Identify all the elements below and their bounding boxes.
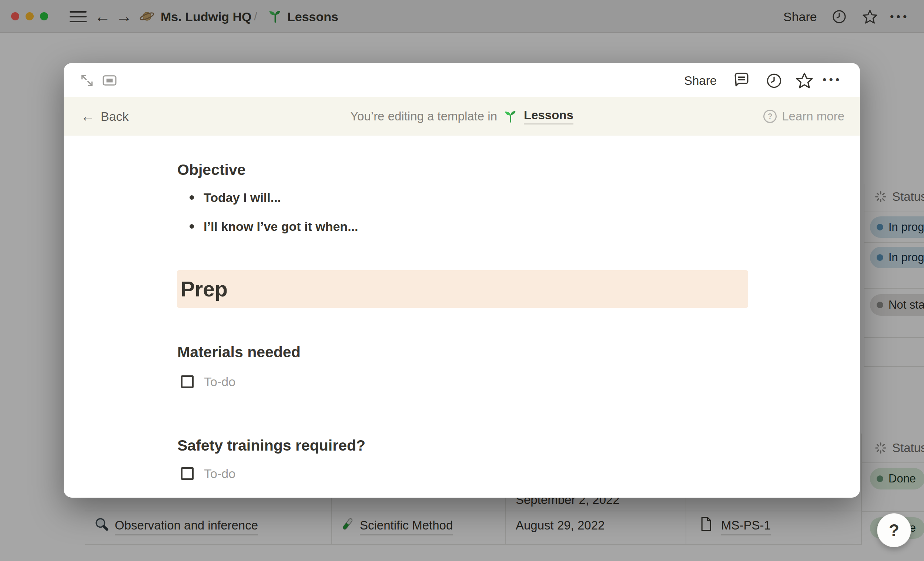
help-button[interactable]: ? [877,513,911,547]
favorite-star-icon[interactable] [795,71,814,90]
modal-more-icon[interactable]: ••• [823,72,842,87]
objective-heading: Objective [177,160,246,179]
modal-share-button[interactable]: Share [684,72,717,90]
bullet-item: I’ll know I’ve got it when... [189,218,358,235]
app-window: ← → Ms. Ludwig HQ / Lessons Share ••• [0,0,924,561]
comments-icon[interactable] [732,71,751,90]
todo-checkbox[interactable] [181,467,194,480]
help-circle-icon: ? [764,110,777,123]
bullet-dot [189,224,194,229]
back-button[interactable]: ← Back [81,97,129,135]
template-banner: You’re editing a template in Lessons [64,97,860,135]
safety-heading: Safety trainings required? [177,436,365,455]
back-arrow-icon: ← [81,108,95,125]
prep-highlight-block: Prep [177,270,748,308]
prep-heading: Prep [181,277,228,301]
learn-more-button[interactable]: ? Learn more [764,97,844,135]
target-seedling-icon [503,109,518,124]
updates-clock-icon[interactable] [765,72,783,89]
materials-heading: Materials needed [177,342,301,362]
todo-placeholder[interactable]: To-do [204,465,236,482]
template-target-page-link[interactable]: Lessons [524,108,573,125]
open-as-page-icon[interactable] [102,74,117,87]
expand-icon[interactable] [80,74,94,87]
todo-item: To-do [181,373,236,390]
todo-item: To-do [181,465,236,482]
template-editor-modal: Share ••• You’re editing a template in L… [64,63,860,498]
template-banner-message: You’re editing a template in [350,109,497,123]
bullet-dot [189,195,194,200]
todo-checkbox[interactable] [181,375,194,388]
bullet-item: Today I will... [189,189,281,206]
todo-placeholder[interactable]: To-do [204,373,236,390]
